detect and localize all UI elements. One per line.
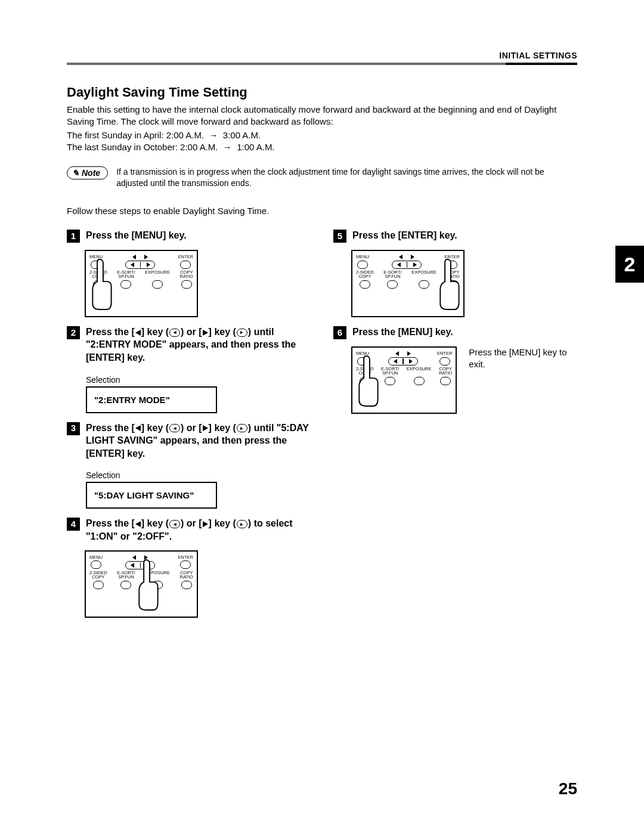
left-key-icon: ◂ — [169, 424, 180, 432]
step-aside-text: Press the [MENU] key to exit. — [469, 346, 577, 371]
pointing-finger-icon — [436, 258, 461, 311]
step-title: Press the [MENU] key. — [86, 229, 311, 242]
step-number: 1 — [67, 230, 80, 243]
right-arrow-icon — [203, 330, 208, 336]
step-title: Press the [] key (◂) or [] key (▸) to se… — [86, 517, 311, 543]
step-4: 4 Press the [] key (◂) or [] key (▸) to … — [67, 517, 311, 617]
selection-label: Selection — [86, 470, 311, 480]
right-arrow-icon — [203, 425, 208, 431]
left-arrow-icon — [135, 330, 141, 336]
pointing-finger-icon — [355, 355, 380, 407]
intro-line-2: The last Sunday in October: 2:00 A.M. → … — [67, 141, 577, 153]
step-5: 5 Press the [ENTER] key. MENU ENTER 2-SI… — [333, 229, 577, 317]
step-number: 5 — [333, 230, 346, 243]
lcd-display: "2:ENTRY MODE" — [86, 386, 217, 413]
step-title: Press the [ENTER] key. — [352, 229, 577, 242]
control-panel-figure: MENU ENTER 2-SIDEDCOPY E-SORT/SP.FUN EXP… — [351, 250, 465, 317]
selection-label: Selection — [86, 375, 311, 385]
header-divider — [67, 63, 577, 65]
step-title: Press the [] key (◂) or [] key (▸) until… — [86, 422, 311, 460]
note-text: If a transmission is in progress when th… — [116, 166, 577, 189]
step-title: Press the [MENU] key. — [352, 326, 577, 339]
left-arrow-icon — [135, 521, 141, 527]
note-callout: ✎ Note If a transmission is in progress … — [67, 166, 577, 189]
left-arrow-icon — [135, 425, 141, 431]
section-header: INITIAL SETTINGS — [67, 51, 577, 60]
left-key-icon: ◂ — [169, 329, 180, 337]
pointing-finger-icon — [88, 258, 113, 311]
right-arrow-icon — [203, 521, 208, 527]
left-arrow-icon — [132, 255, 136, 259]
follow-text: Follow these steps to enable Daylight Sa… — [67, 206, 577, 216]
intro-line-1: The first Sunday in April: 2:00 A.M. → 3… — [67, 129, 577, 141]
step-number: 6 — [333, 326, 346, 339]
step-number: 4 — [67, 518, 80, 531]
control-panel-figure: MENU ENTER 2-SIDEDCOPY E-SORT/SP.FUN EXP… — [351, 346, 457, 414]
step-6: 6 Press the [MENU] key. MENU ENTER 2-SID… — [333, 326, 577, 414]
step-title: Press the [] key (◂) or [] key (▸) until… — [86, 326, 311, 364]
step-3: 3 Press the [] key (◂) or [] key (▸) unt… — [67, 422, 311, 509]
intro-text: Enable this setting to have the internal… — [67, 104, 577, 128]
arrow-right-icon: → — [206, 130, 223, 140]
page-number: 25 — [559, 779, 577, 798]
arrow-toggle-icon — [125, 261, 155, 269]
lcd-display: "5:DAY LIGHT SAVING" — [86, 482, 217, 509]
page-title: Daylight Saving Time Setting — [67, 85, 577, 100]
arrow-right-icon: → — [221, 142, 237, 152]
right-key-icon: ▸ — [237, 520, 247, 528]
step-2: 2 Press the [] key (◂) or [] key (▸) unt… — [67, 326, 311, 413]
control-panel-figure: MENU ENTER 2-SIDEDCOPY E-SORT/SP.FUN EXP… — [85, 550, 198, 618]
right-key-icon: ▸ — [237, 329, 247, 337]
chapter-tab: 2 — [615, 246, 644, 283]
left-key-icon: ◂ — [169, 520, 180, 528]
step-number: 2 — [67, 326, 80, 339]
step-number: 3 — [67, 422, 80, 435]
step-1: 1 Press the [MENU] key. MENU — [67, 229, 311, 317]
pencil-icon: ✎ — [72, 168, 79, 178]
pointing-finger-icon — [135, 559, 160, 611]
enter-button-icon — [180, 261, 191, 269]
right-arrow-icon — [144, 255, 148, 259]
right-key-icon: ▸ — [237, 424, 247, 432]
note-badge: ✎ Note — [67, 166, 108, 179]
control-panel-figure: MENU ENTER — [85, 250, 198, 317]
